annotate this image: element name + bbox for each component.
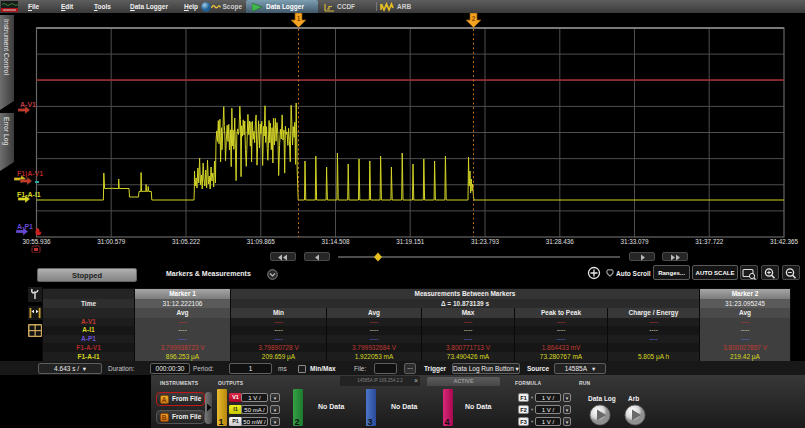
svg-text:2: 2	[472, 15, 476, 22]
svg-text:F1-A-I1: F1-A-I1	[17, 191, 41, 198]
svg-text:31:28.436: 31:28.436	[546, 238, 575, 245]
svg-text:31:37.722: 31:37.722	[695, 238, 724, 245]
svg-text:31:05.222: 31:05.222	[172, 238, 201, 245]
svg-text:A-P1: A-P1	[17, 223, 33, 230]
svg-text:A-V1: A-V1	[20, 101, 36, 108]
svg-text:31:42.365: 31:42.365	[770, 238, 799, 245]
svg-text:31:14.508: 31:14.508	[321, 238, 350, 245]
svg-text:31:00.579: 31:00.579	[97, 238, 126, 245]
svg-text:31:33.079: 31:33.079	[620, 238, 649, 245]
svg-text:31:19.151: 31:19.151	[396, 238, 425, 245]
svg-text:31:09.865: 31:09.865	[247, 238, 276, 245]
svg-text:1: 1	[297, 15, 301, 22]
svg-text:30:55.936: 30:55.936	[22, 238, 51, 245]
svg-text:31:23.793: 31:23.793	[471, 238, 500, 245]
